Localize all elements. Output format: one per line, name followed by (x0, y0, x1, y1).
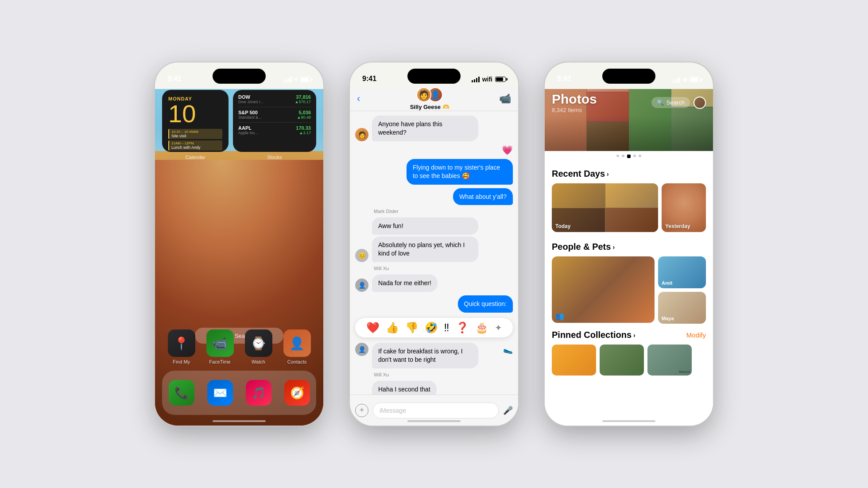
avatar-spacer (355, 385, 368, 395)
aapl-ticker: AAPL (238, 125, 252, 131)
group-name: Silly Geese 🫶 (410, 104, 450, 110)
today-cell-4 (605, 208, 659, 232)
time-1: 9:41 (167, 75, 182, 83)
avatar-msg1: 🧑 (355, 128, 368, 141)
tapback-heart[interactable]: ❤️ (366, 321, 380, 334)
people-label: People & Pets (552, 242, 611, 252)
home-indicator-1 (213, 420, 266, 422)
time-2: 9:41 (362, 75, 376, 83)
photos-search-button[interactable]: 🔍 Search (651, 97, 690, 108)
msg-8: Haha I second that (355, 381, 513, 395)
tapback-add-btn[interactable]: ✦ (495, 322, 502, 333)
dock-music[interactable]: 🎵 (246, 380, 271, 406)
home-indicator-3 (602, 420, 655, 422)
sp500-ticker: S&P 500 (238, 110, 258, 115)
tapback-haha[interactable]: 🤣 (425, 321, 438, 334)
group-avatars: 🧑 👤 (416, 87, 443, 102)
bubble-group-7: If cake for breakfast is wrong, I don't … (372, 343, 500, 368)
people-section-title[interactable]: People & Pets › (552, 236, 706, 256)
status-icons-1: ▾ (284, 76, 311, 83)
phone-3-photos: 9:41 ⊕ Photos 8,342 Items (545, 62, 713, 426)
nav-dot-4[interactable] (633, 155, 636, 157)
facetime-label: FaceTime (209, 359, 231, 364)
calendar-widget[interactable]: MONDAY 10 10:15 – 10:45AM Site visit 11A… (162, 90, 229, 152)
tapback-cake[interactable]: 🎂 (475, 321, 488, 334)
modify-button[interactable]: Modify (686, 331, 706, 339)
sp500-name: Standard &... (238, 115, 262, 120)
mic-button[interactable]: 🎤 (503, 406, 513, 415)
today-thumb[interactable]: Today (552, 183, 658, 232)
yesterday-thumb[interactable]: Yesterday (662, 183, 706, 232)
recent-days-label: Recent Days (552, 169, 605, 179)
stocks-widget[interactable]: DOW 37,816 Dow Jones I... ▲570.17 S&P 50… (233, 90, 316, 152)
phone-2-messages: 9:41 wifi ‹ 🧑 👤 Silly Geese 🫶 📹 � (350, 62, 518, 426)
avatar-msg7: 👤 (355, 343, 368, 356)
pinned-thumb-2[interactable] (600, 345, 644, 376)
pinned-title-area[interactable]: Pinned Collections › (552, 330, 636, 340)
search-icon-photos: 🔍 (657, 99, 664, 106)
tapback-on-msg: 🥿 (503, 345, 513, 354)
stock-dow: DOW 37,816 Dow Jones I... ▲570.17 (238, 94, 311, 104)
calendar-widget-label: Calendar (162, 155, 229, 160)
cal-date: 10 (168, 101, 222, 126)
message-input[interactable]: iMessage (373, 403, 499, 418)
cal-event-1: 10:15 – 10:45AM Site visit (168, 129, 222, 139)
tapback-exclaim[interactable]: ‼️ (444, 321, 450, 334)
people-grid: 👥 Amit Maya (552, 256, 706, 324)
dow-name: Dow Jones I... (238, 100, 264, 104)
amit-thumb[interactable]: Amit (658, 256, 706, 288)
app-contacts[interactable]: 👤 Contacts (283, 329, 311, 364)
msg-7: 👤 If cake for breakfast is wrong, I don'… (355, 343, 513, 368)
dock-phone[interactable]: 📞 (169, 380, 194, 406)
recent-days-section-title[interactable]: Recent Days › (552, 163, 706, 183)
msg-4: 😊 Aww fun! Absolutely no plans yet, whic… (355, 217, 513, 262)
recent-days-chevron: › (607, 170, 609, 178)
msg-6: Quick question: (355, 295, 513, 313)
tapback-thumbsup[interactable]: 👍 (386, 321, 399, 334)
sender-label-mark: Mark Disler (355, 209, 513, 214)
battery-icon-3 (690, 77, 701, 82)
contacts-icon: 👤 (283, 329, 311, 357)
app-findmy[interactable]: 📍 Find My (168, 329, 195, 364)
sp500-price: 5,036 (298, 110, 311, 115)
tapback-thumbsdown[interactable]: 👎 (405, 321, 418, 334)
findmy-icon: 📍 (168, 329, 195, 357)
app-watch[interactable]: ⌚ Watch (245, 329, 272, 364)
photos-actions: 🔍 Search (651, 97, 706, 109)
pinned-map-label: Meerut (679, 370, 690, 374)
video-call-button[interactable]: 📹 (499, 93, 511, 105)
tapback-row: ❤️ 👍 👎 🤣 ‼️ ❓ 🎂 ✦ (355, 318, 513, 337)
bubble-5: Nada for me either! (372, 275, 438, 292)
back-button[interactable]: ‹ (357, 93, 360, 105)
pinned-thumb-3[interactable]: Meerut (647, 345, 692, 376)
pinned-thumb-1[interactable] (552, 345, 596, 376)
heart-emoji: 💗 (502, 145, 513, 155)
dock-mail[interactable]: ✉️ (207, 380, 233, 406)
dock-compass[interactable]: 🧭 (284, 380, 310, 406)
tapback-question[interactable]: ❓ (456, 321, 469, 334)
search-label-photos: Search (666, 99, 685, 106)
phone-1-home: 9:41 ▾ MONDAY 10 10:15 – 10:45AM Site vi… (155, 62, 323, 426)
aapl-price: 170.33 (296, 125, 311, 131)
app-facetime[interactable]: 📹 FaceTime (206, 329, 234, 364)
nav-dot-5[interactable] (639, 155, 641, 157)
people-main-thumb[interactable]: 👥 (552, 256, 655, 323)
stocks-widget-label: Stocks (233, 155, 316, 160)
nav-dot-grid[interactable] (627, 155, 631, 158)
photos-profile-button[interactable] (694, 97, 706, 109)
bubble-1: Anyone have plans this weekend? (372, 116, 478, 141)
pinned-row: Meerut (552, 345, 706, 376)
bubble-3: What about y'all? (453, 188, 513, 205)
nav-dot-1[interactable] (616, 155, 619, 157)
yesterday-label: Yesterday (665, 223, 690, 229)
people-chevron: › (612, 244, 615, 251)
maya-label: Maya (662, 316, 674, 321)
nav-dot-2[interactable] (622, 155, 624, 157)
bubble-2: Flying down to my sister's place to see … (407, 159, 513, 185)
sender-label-will2: Will Xu (355, 372, 513, 377)
wifi-icon: ▾ (294, 76, 298, 83)
photos-title-row: Photos 8,342 Items 🔍 Search (552, 92, 706, 113)
facetime-icon: 📹 (206, 329, 234, 357)
maya-thumb[interactable]: Maya (658, 292, 706, 324)
add-attachment-button[interactable]: + (355, 404, 368, 417)
